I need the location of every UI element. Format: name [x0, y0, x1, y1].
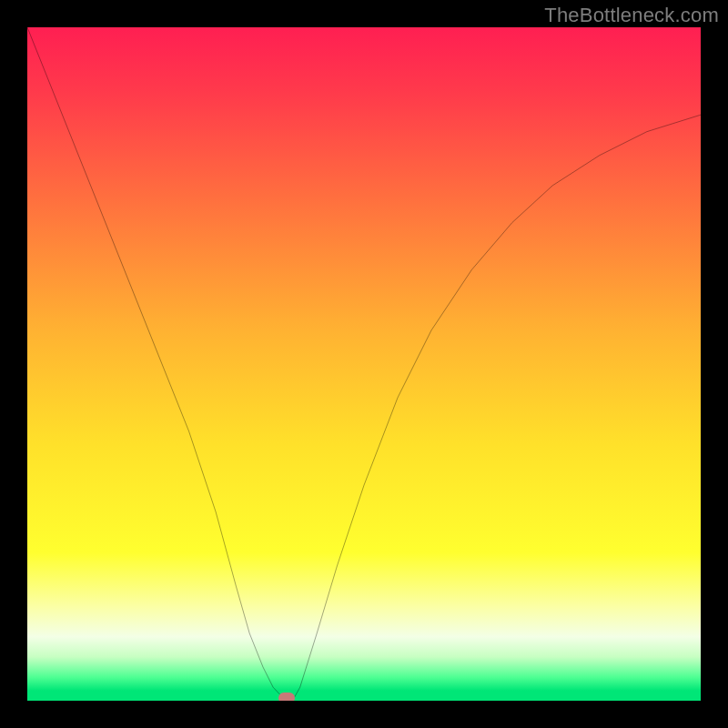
optimum-marker [278, 693, 295, 701]
watermark-text: TheBottleneck.com [544, 4, 719, 27]
chart-frame: TheBottleneck.com [0, 0, 728, 728]
curve-line [27, 27, 701, 701]
plot-area [27, 27, 701, 701]
